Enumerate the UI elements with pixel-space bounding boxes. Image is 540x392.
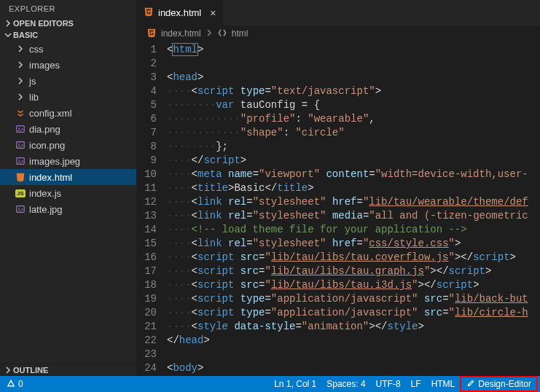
file-tree-item[interactable]: latte.jpg [0,201,136,217]
tab-label: index.html [158,7,201,18]
file-name: dia.png [29,124,60,135]
file-tree-item[interactable]: JSindex.js [0,185,136,201]
brackets-icon [217,28,227,40]
file-name: index.js [29,188,61,199]
code-editor[interactable]: 123456789101112131415161718192021222324 … [136,42,540,376]
svg-point-1 [18,128,20,129]
line-number: 3 [136,71,157,85]
code-line[interactable]: ····<script src="lib/tau/libs/tau.graph.… [167,264,540,278]
file-tree-item[interactable]: dia.png [0,121,136,137]
code-line[interactable]: ····<link rel="stylesheet" href="lib/tau… [167,195,540,209]
chevron-right-icon [13,93,28,101]
line-number: 1 [136,43,157,57]
line-number: 19 [136,292,157,306]
file-tree-item[interactable]: lib [0,89,136,105]
code-line[interactable]: ············"shape": "circle" [167,126,540,140]
status-bar: 0 Ln 1, Col 1 Spaces: 4 UTF-8 LF HTML De… [0,376,540,392]
file-tree: cssimagesjslibconfig.xmldia.pngicon.pngi… [0,41,136,364]
code-line[interactable]: ····</script> [167,154,540,168]
code-line[interactable]: ········var tauConfig = { [167,98,540,112]
code-line[interactable]: ········}; [167,140,540,154]
js-file-icon: JS [13,189,28,197]
file-tree-item[interactable]: images.jpeg [0,153,136,169]
code-line[interactable]: <html> [167,43,540,57]
outline-label: OUTLINE [13,366,48,375]
editor-tabs: index.html × [136,0,540,26]
code-line[interactable]: ····<meta name="viewport" content="width… [167,168,540,181]
line-number: 11 [136,181,157,195]
status-eol[interactable]: LF [406,376,426,392]
svg-point-5 [18,160,20,161]
file-name: images.jpeg [29,156,80,167]
code-line[interactable]: ····<link rel="stylesheet" href="css/sty… [167,237,540,251]
editor-area: index.html × index.html html 12345678910 [136,0,540,376]
code-line[interactable]: ····<script src="lib/tau/libs/tau.coverf… [167,251,540,264]
code-line[interactable]: <head> [167,71,540,85]
image-file-icon [13,156,28,166]
code-line[interactable]: ····<!-- load theme file for your applic… [167,223,540,237]
code-line[interactable]: ····<script type="text/javascript"> [167,85,540,98]
chevron-right-icon [13,77,28,85]
file-name: js [29,76,36,87]
code-line[interactable]: ············"profile": "wearable", [167,112,540,126]
warning-icon [7,379,15,390]
explorer-sidebar: EXPLORER OPEN EDITORS BASIC cssimagesjsl… [0,0,136,376]
code-line[interactable]: ····<script src="lib/tau/libs/tau.i3d.js… [167,278,540,292]
status-problems[interactable]: 0 [1,376,28,392]
line-number: 2 [136,57,157,71]
status-language[interactable]: HTML [426,376,461,392]
file-name: index.html [29,172,72,183]
status-encoding[interactable]: UTF-8 [371,376,406,392]
breadcrumb[interactable]: index.html html [136,26,540,42]
code-line[interactable]: </head> [167,334,540,348]
file-tree-item[interactable]: images [0,57,136,73]
line-number: 12 [136,195,157,209]
file-name: icon.png [29,140,65,151]
chevron-down-icon [3,31,13,39]
code-line[interactable]: ····<title>Basic</title> [167,181,540,195]
code-line[interactable]: ····<style data-style="animation"></styl… [167,320,540,334]
file-tree-item[interactable]: index.html [0,169,136,185]
line-number: 17 [136,264,157,278]
svg-point-3 [18,144,20,145]
file-tree-item[interactable]: config.xml [0,105,136,121]
file-tree-item[interactable]: js [0,73,136,89]
line-number: 4 [136,85,157,98]
line-number: 23 [136,348,157,361]
image-file-icon [13,140,28,150]
code-line[interactable]: <body> [167,361,540,375]
file-tree-item[interactable]: icon.png [0,137,136,153]
status-indent[interactable]: Spaces: 4 [321,376,370,392]
chevron-right-icon [206,28,213,39]
breadcrumb-symbol[interactable]: html [232,28,249,39]
tab-index-html[interactable]: index.html × [136,0,224,26]
file-name: lib [29,92,39,103]
file-name: css [29,44,44,55]
line-number: 9 [136,154,157,168]
chevron-right-icon [3,366,13,374]
close-icon[interactable]: × [210,7,216,19]
line-number: 22 [136,334,157,348]
file-name: images [29,60,60,71]
breadcrumb-file[interactable]: index.html [161,28,201,39]
code-line[interactable]: ····<script type="application/javascript… [167,292,540,306]
status-cursor[interactable]: Ln 1, Col 1 [269,376,321,392]
line-number: 21 [136,320,157,334]
code-line[interactable]: ····<script type="application/javascript… [167,306,540,320]
file-tree-item[interactable]: css [0,41,136,57]
project-section[interactable]: BASIC [0,29,136,41]
code-content[interactable]: <html><head>····<script type="text/javas… [167,42,540,376]
code-line[interactable]: ····<link rel="stylesheet" media="all an… [167,209,540,223]
html-file-icon [146,28,157,40]
design-editor-button[interactable]: Design-Editor [460,376,538,392]
xml-file-icon [13,108,28,118]
outline-section[interactable]: OUTLINE [0,364,136,376]
line-number: 24 [136,361,157,375]
code-line[interactable] [167,57,540,71]
open-editors-section[interactable]: OPEN EDITORS [0,17,136,29]
html-file-icon [144,7,154,19]
code-line[interactable] [167,348,540,361]
explorer-title: EXPLORER [0,0,136,17]
chevron-right-icon [13,61,28,68]
file-name: latte.jpg [29,204,63,215]
